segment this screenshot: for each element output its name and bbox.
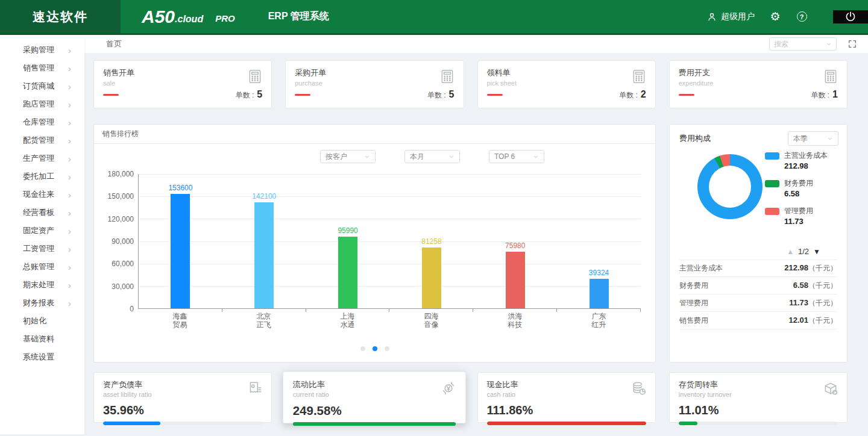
- sidebar-item-distribution[interactable]: 配货管理›: [0, 131, 84, 149]
- chevron-down-icon: [826, 41, 832, 47]
- count-value: 1: [832, 89, 838, 100]
- ratio-title: 流动比率: [293, 379, 456, 390]
- bar[interactable]: [338, 237, 357, 308]
- filter-value: 按客户: [326, 152, 347, 162]
- brand: A50 .cloud PRO ERP 管理系统: [142, 0, 329, 33]
- coins-icon: [631, 381, 647, 396]
- sidebar-item-financial-reports[interactable]: 财务报表›: [0, 294, 84, 312]
- calculator-icon: [631, 69, 647, 84]
- chevron-right-icon: ›: [68, 262, 71, 272]
- sidebar-item-warehouse[interactable]: 仓库管理›: [0, 113, 84, 131]
- stat-card-expenditure[interactable]: 费用开支 expenditure 单数 :1: [669, 60, 848, 108]
- logout-button[interactable]: [833, 10, 868, 23]
- sidebar-item-general-ledger[interactable]: 总账管理›: [0, 258, 84, 276]
- stat-card-title: 采购开单: [295, 67, 454, 78]
- box-icon: [823, 381, 838, 396]
- sidebar-item-order-mall[interactable]: 订货商城›: [0, 77, 84, 95]
- sidebar-item-outsourcing[interactable]: 委托加工›: [0, 167, 84, 185]
- user-icon: [706, 11, 717, 22]
- donut-legend: 主营业务成本 212.98 财务费用 6.58 管理费用 11.73: [765, 151, 838, 234]
- fullscreen-icon[interactable]: [848, 39, 857, 49]
- stat-cards: 销售开单 sale 单数 :5 采购开单 purchase 单数 :5 领料单 …: [93, 60, 848, 108]
- sidebar-item-label: 初始化: [23, 316, 46, 326]
- ratio-title: 存货周转率: [679, 379, 838, 390]
- expense-period-select[interactable]: 本季: [788, 131, 838, 146]
- chevron-right-icon: ›: [68, 154, 71, 164]
- sidebar-item-initialization[interactable]: 初始化: [0, 312, 84, 330]
- stat-card-title: 费用开支: [679, 67, 838, 78]
- chevron-right-icon: ›: [68, 244, 71, 254]
- chevron-right-icon: ›: [68, 117, 71, 128]
- legend-swatch: [765, 180, 779, 187]
- bar[interactable]: [254, 202, 274, 308]
- filter-value: 本季: [793, 134, 808, 144]
- stat-card-pick-sheet[interactable]: 领料单 pick sheet 单数 :2: [477, 60, 656, 108]
- sidebar-item-purchase[interactable]: 采购管理›: [0, 41, 84, 59]
- count-label: 单数 :: [236, 90, 254, 101]
- sidebar-item-label: 采购管理: [23, 45, 54, 55]
- sidebar-item-dashboard[interactable]: 经营看板›: [0, 204, 84, 222]
- bar-value-label: 142100: [252, 192, 276, 201]
- legend-item[interactable]: 主营业务成本 212.98: [765, 151, 838, 170]
- filter-period-select[interactable]: 本月: [404, 150, 460, 163]
- expense-row: 主营业务成本 212.98（千元）: [679, 260, 837, 277]
- stat-card-title: 销售开单: [103, 67, 262, 78]
- sidebar-item-sales[interactable]: 销售管理›: [0, 59, 84, 77]
- carousel-dot[interactable]: [360, 346, 365, 351]
- search-input[interactable]: [774, 40, 822, 48]
- accent-dash: [295, 94, 310, 96]
- sidebar-item-period-end[interactable]: 期末处理›: [0, 276, 84, 294]
- donut-chart[interactable]: [697, 154, 763, 219]
- bar[interactable]: [506, 252, 525, 308]
- legend-value: 212.98: [784, 161, 838, 170]
- legend-item[interactable]: 管理费用 11.73: [765, 206, 838, 226]
- carousel-dots: [360, 346, 389, 351]
- stat-card-sale[interactable]: 销售开单 sale 单数 :5: [93, 60, 272, 108]
- bar[interactable]: [422, 248, 441, 308]
- bar-value-label: 39324: [589, 269, 609, 277]
- bar-value-label: 153600: [168, 184, 192, 192]
- brand-suffix: .cloud: [175, 14, 203, 25]
- bar[interactable]: [171, 194, 190, 308]
- search-select[interactable]: [769, 37, 837, 51]
- sidebar-item-production[interactable]: 生产管理›: [0, 149, 84, 167]
- sidebar-item-label: 经营看板: [23, 207, 54, 218]
- settings-button[interactable]: ⚙: [769, 11, 781, 23]
- sidebar-item-label: 系统设置: [23, 352, 54, 363]
- chevron-right-icon: ›: [68, 226, 71, 236]
- sidebar-item-system-settings[interactable]: 系统设置: [0, 348, 84, 366]
- bar-value-label: 81258: [421, 237, 441, 246]
- sidebar-item-base-data[interactable]: 基础资料: [0, 330, 84, 348]
- bar[interactable]: [590, 279, 609, 308]
- ratio-card-cash-ratio[interactable]: 现金比率 cash ratio 111.86%: [477, 372, 656, 423]
- tab-home[interactable]: 首页: [84, 39, 122, 49]
- count-value: 5: [257, 89, 262, 100]
- legend-item[interactable]: 财务费用 6.58: [765, 178, 838, 198]
- logo-text: 速达软件: [33, 8, 88, 25]
- ratio-subtitle: inventory turnover: [679, 391, 838, 398]
- filter-dimension-select[interactable]: 按客户: [320, 150, 376, 163]
- ratio-card-inventory-turnover[interactable]: 存货周转率 inventory turnover 11.01%: [669, 372, 848, 423]
- filter-top-select[interactable]: TOP 6: [489, 150, 544, 163]
- ratio-subtitle: cash ratio: [487, 391, 646, 398]
- expense-list: 主营业务成本 212.98（千元） 财务费用 6.58（千元） 管理费用 11.…: [679, 260, 837, 329]
- chevron-right-icon: ›: [68, 45, 71, 55]
- progress-bar: [487, 422, 646, 425]
- bars: 153600 142100 95990 81258 75980 39324: [139, 174, 641, 308]
- ratio-card-current-ratio[interactable]: 流动比率 current ratio 249.58%: [283, 372, 467, 423]
- refresh-yen-icon: [441, 380, 457, 396]
- sidebar-item-payroll[interactable]: 工资管理›: [0, 240, 84, 258]
- help-button[interactable]: ?: [796, 11, 808, 23]
- user-menu[interactable]: 超级用户: [706, 11, 755, 22]
- sidebar-item-label: 基础资料: [23, 334, 54, 344]
- expense-row: 管理费用 11.73（千元）: [679, 294, 837, 312]
- legend-label: 主营业务成本: [784, 151, 828, 161]
- stat-card-purchase[interactable]: 采购开单 purchase 单数 :5: [285, 60, 464, 108]
- sidebar-item-fixed-assets[interactable]: 固定资产›: [0, 222, 84, 240]
- sidebar-item-store-visit[interactable]: 跑店管理›: [0, 95, 84, 113]
- chevron-down-icon: [448, 154, 454, 160]
- carousel-dot[interactable]: [385, 346, 389, 351]
- carousel-dot-active[interactable]: [373, 346, 377, 351]
- ratio-card-asset-liability[interactable]: 资产负债率 asset libility ratio 35.96%: [93, 372, 272, 423]
- sidebar-item-cash[interactable]: 现金往来›: [0, 185, 84, 204]
